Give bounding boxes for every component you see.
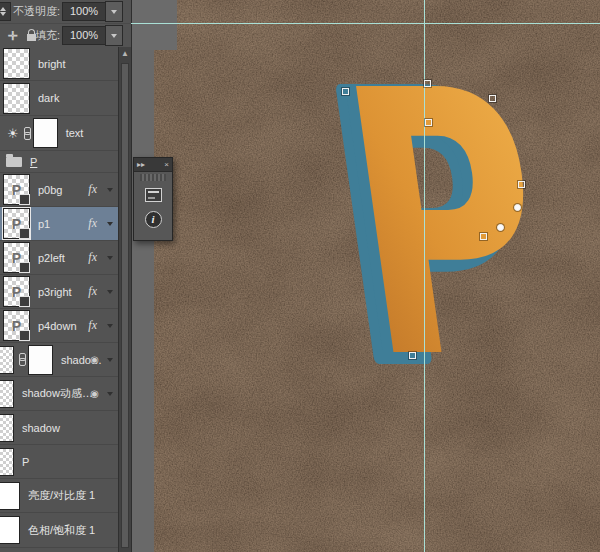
anchor-point[interactable] bbox=[409, 352, 416, 359]
layer-row-P-layer[interactable]: P bbox=[0, 445, 119, 479]
smart-object-badge-icon bbox=[19, 296, 30, 307]
document-canvas[interactable]: P P bbox=[131, 0, 600, 552]
layer-row-p0bg[interactable]: P p0bg fx bbox=[0, 173, 119, 207]
effects-collapse-icon[interactable] bbox=[107, 358, 113, 365]
opacity-dropdown-button[interactable] bbox=[105, 1, 123, 22]
smart-object-thumbnail[interactable]: P bbox=[3, 242, 30, 273]
layer-mask-thumbnail[interactable] bbox=[33, 118, 58, 148]
smart-object-thumbnail[interactable]: P bbox=[3, 174, 30, 205]
anchor-point[interactable] bbox=[342, 88, 349, 95]
layer-row-p4down[interactable]: P p4down fx bbox=[0, 309, 119, 343]
adjustment-icon: ☀ bbox=[7, 126, 19, 141]
layer-effects-label[interactable]: fx bbox=[88, 318, 97, 333]
layer-effects-label[interactable]: fx bbox=[88, 250, 97, 265]
smart-object-thumbnail[interactable]: P bbox=[3, 208, 30, 239]
clone-source-panel-button[interactable] bbox=[140, 184, 166, 206]
info-icon: i bbox=[145, 211, 162, 228]
fill-value[interactable]: 100% bbox=[62, 26, 106, 45]
horizontal-guide[interactable] bbox=[131, 23, 600, 24]
anchor-point[interactable] bbox=[480, 233, 487, 240]
layer-thumbnail-clipped[interactable] bbox=[0, 448, 14, 476]
layer-group-row-P[interactable]: P bbox=[0, 151, 119, 173]
layer-row-shadow-truncated[interactable]: shado… ◉ bbox=[0, 343, 119, 377]
layer-thumbnail[interactable] bbox=[3, 48, 30, 79]
smart-object-badge-icon bbox=[19, 330, 30, 341]
adjustment-layer-thumbnail[interactable] bbox=[0, 516, 20, 544]
opacity-label: 不透明度: bbox=[4, 4, 60, 19]
layer-effects-label[interactable]: fx bbox=[88, 182, 97, 197]
layer-effects-label[interactable]: fx bbox=[88, 284, 97, 299]
floating-panel-dock: ▸▸ × i bbox=[133, 157, 173, 241]
effects-collapse-icon[interactable] bbox=[107, 392, 113, 399]
fill-row: ✛ 填充: 100% bbox=[0, 24, 131, 48]
layer-thumbnail-clipped[interactable] bbox=[0, 414, 14, 442]
anchor-point[interactable] bbox=[424, 80, 431, 87]
dock-header: ▸▸ × bbox=[134, 158, 172, 172]
anchor-point[interactable] bbox=[514, 204, 521, 211]
smart-filter-icon[interactable]: ◉ bbox=[90, 354, 99, 365]
close-icon[interactable]: × bbox=[164, 161, 169, 169]
layers-list: bright dark ☀ text P P p0 bbox=[0, 47, 119, 552]
layer-row-dark[interactable]: dark bbox=[0, 81, 119, 116]
collapsed-dock-column-top bbox=[131, 0, 177, 50]
layer-row-brightness-contrast[interactable]: 亮度/对比度 1 bbox=[0, 479, 119, 513]
scrollbar-thumb[interactable] bbox=[121, 63, 129, 548]
collapsed-dock-column bbox=[131, 0, 154, 552]
layer-thumbnail-clipped[interactable] bbox=[0, 346, 14, 374]
layer-row-hue-saturation[interactable]: 色相/饱和度 1 bbox=[0, 513, 119, 548]
photoshop-workspace: P P ▸▸ × i 不透明度: 100% ✛ bbox=[0, 0, 600, 552]
smart-object-badge-icon bbox=[19, 262, 30, 273]
layer-mask-thumbnail[interactable] bbox=[28, 345, 53, 375]
smart-object-badge-icon bbox=[19, 228, 30, 239]
smart-filter-icon[interactable]: ◉ bbox=[90, 388, 99, 399]
layer-row-p3right[interactable]: P p3right fx bbox=[0, 275, 119, 309]
layer-row-p2left[interactable]: P p2left fx bbox=[0, 241, 119, 275]
smart-object-thumbnail[interactable]: P bbox=[3, 310, 30, 341]
smart-object-badge-icon bbox=[19, 194, 30, 205]
layer-row-p1-selected[interactable]: P p1 fx bbox=[0, 207, 119, 241]
effects-collapse-icon[interactable] bbox=[107, 290, 113, 297]
anchor-point[interactable] bbox=[497, 224, 504, 231]
opacity-row: 不透明度: 100% bbox=[0, 0, 131, 24]
folder-icon bbox=[6, 157, 22, 167]
layer-row-shadow[interactable]: shadow bbox=[0, 411, 119, 445]
adjustment-layer-thumbnail[interactable] bbox=[0, 482, 20, 510]
dock-grip[interactable] bbox=[140, 174, 166, 181]
layer-row-shadow-motion[interactable]: shadow动感… ◉ bbox=[0, 377, 119, 411]
smart-object-thumbnail[interactable]: P bbox=[3, 276, 30, 307]
anchor-point[interactable] bbox=[489, 95, 496, 102]
expand-panels-icon[interactable]: ▸▸ bbox=[137, 161, 145, 169]
effects-collapse-icon[interactable] bbox=[107, 222, 113, 229]
effects-collapse-icon[interactable] bbox=[107, 256, 113, 263]
fill-label: 填充: bbox=[4, 28, 60, 43]
layer-thumbnail[interactable] bbox=[3, 83, 30, 114]
layer-row-text[interactable]: ☀ text bbox=[0, 116, 119, 151]
info-panel-button[interactable]: i bbox=[140, 208, 166, 230]
effects-collapse-icon[interactable] bbox=[107, 188, 113, 195]
opacity-value[interactable]: 100% bbox=[62, 2, 106, 21]
mask-link-icon[interactable] bbox=[18, 353, 25, 366]
layer-effects-label[interactable]: fx bbox=[88, 216, 97, 231]
effects-collapse-icon[interactable] bbox=[107, 324, 113, 331]
layer-row-bright[interactable]: bright bbox=[0, 47, 119, 81]
anchor-point[interactable] bbox=[518, 181, 525, 188]
clone-source-panel-icon bbox=[145, 188, 162, 202]
layer-thumbnail-clipped[interactable] bbox=[0, 380, 14, 408]
mask-link-icon[interactable] bbox=[23, 127, 30, 140]
fill-dropdown-button[interactable] bbox=[105, 25, 123, 46]
layers-panel: 不透明度: 100% ✛ 填充: 100% bright dark ☀ bbox=[0, 0, 131, 552]
anchor-point[interactable] bbox=[425, 119, 432, 126]
layers-scrollbar[interactable]: ▲ bbox=[118, 47, 131, 552]
scroll-up-icon[interactable]: ▲ bbox=[119, 47, 131, 60]
